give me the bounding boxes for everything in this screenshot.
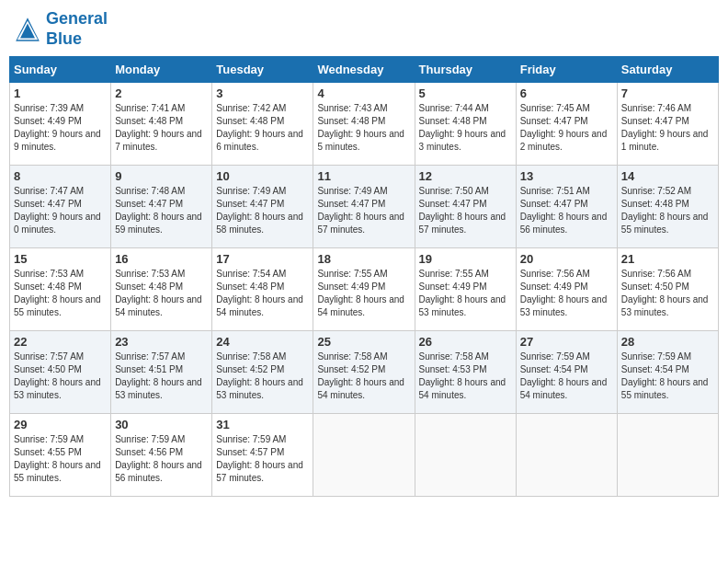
table-row: 4Sunrise: 7:43 AMSunset: 4:48 PMDaylight… (313, 83, 415, 166)
logo-icon (13, 15, 42, 44)
header-thursday: Thursday (415, 57, 516, 83)
table-row: 28Sunrise: 7:59 AMSunset: 4:54 PMDayligh… (617, 331, 718, 414)
table-row: 29Sunrise: 7:59 AMSunset: 4:55 PMDayligh… (10, 414, 111, 497)
calendar-week-row: 22Sunrise: 7:57 AMSunset: 4:50 PMDayligh… (10, 331, 719, 414)
table-row: 20Sunrise: 7:56 AMSunset: 4:49 PMDayligh… (516, 248, 617, 331)
table-row: 7Sunrise: 7:46 AMSunset: 4:47 PMDaylight… (617, 83, 718, 166)
table-row: 9Sunrise: 7:48 AMSunset: 4:47 PMDaylight… (111, 166, 212, 248)
table-row: 19Sunrise: 7:55 AMSunset: 4:49 PMDayligh… (415, 248, 516, 331)
day-info: Sunrise: 7:58 AMSunset: 4:53 PMDaylight:… (419, 350, 512, 402)
table-row: 18Sunrise: 7:55 AMSunset: 4:49 PMDayligh… (313, 248, 415, 331)
day-number: 14 (621, 169, 714, 183)
day-info: Sunrise: 7:43 AMSunset: 4:48 PMDaylight:… (317, 102, 410, 154)
day-info: Sunrise: 7:44 AMSunset: 4:48 PMDaylight:… (419, 102, 512, 154)
day-info: Sunrise: 7:59 AMSunset: 4:54 PMDaylight:… (621, 350, 714, 402)
table-row: 26Sunrise: 7:58 AMSunset: 4:53 PMDayligh… (415, 331, 516, 414)
day-number: 11 (317, 169, 410, 183)
table-row: 14Sunrise: 7:52 AMSunset: 4:48 PMDayligh… (617, 166, 718, 248)
table-row: 11Sunrise: 7:49 AMSunset: 4:47 PMDayligh… (313, 166, 415, 248)
day-info: Sunrise: 7:53 AMSunset: 4:48 PMDaylight:… (14, 268, 107, 319)
day-number: 2 (115, 86, 208, 100)
header-tuesday: Tuesday (212, 57, 313, 83)
header-monday: Monday (111, 57, 212, 83)
day-number: 4 (317, 86, 410, 100)
day-info: Sunrise: 7:55 AMSunset: 4:49 PMDaylight:… (317, 268, 410, 319)
header-saturday: Saturday (617, 57, 718, 83)
day-number: 21 (621, 252, 714, 266)
weekday-header-row: Sunday Monday Tuesday Wednesday Thursday… (10, 57, 719, 83)
day-number: 3 (216, 86, 309, 100)
day-info: Sunrise: 7:51 AMSunset: 4:47 PMDaylight:… (520, 185, 613, 236)
day-info: Sunrise: 7:57 AMSunset: 4:50 PMDaylight:… (14, 350, 107, 402)
day-number: 16 (115, 252, 208, 266)
day-number: 29 (14, 418, 107, 431)
table-row: 25Sunrise: 7:58 AMSunset: 4:52 PMDayligh… (313, 331, 415, 414)
calendar-body: 1Sunrise: 7:39 AMSunset: 4:49 PMDaylight… (10, 83, 719, 497)
calendar-week-row: 1Sunrise: 7:39 AMSunset: 4:49 PMDaylight… (10, 83, 719, 166)
table-row: 1Sunrise: 7:39 AMSunset: 4:49 PMDaylight… (10, 83, 111, 166)
day-info: Sunrise: 7:53 AMSunset: 4:48 PMDaylight:… (115, 268, 208, 319)
day-info: Sunrise: 7:50 AMSunset: 4:47 PMDaylight:… (419, 185, 512, 236)
table-row: 12Sunrise: 7:50 AMSunset: 4:47 PMDayligh… (415, 166, 516, 248)
day-number: 24 (216, 335, 309, 349)
logo-text: General Blue (46, 9, 108, 49)
day-number: 26 (419, 335, 512, 349)
day-info: Sunrise: 7:49 AMSunset: 4:47 PMDaylight:… (317, 185, 410, 236)
table-row: 22Sunrise: 7:57 AMSunset: 4:50 PMDayligh… (10, 331, 111, 414)
header-wednesday: Wednesday (313, 57, 415, 83)
day-info: Sunrise: 7:59 AMSunset: 4:57 PMDaylight:… (216, 433, 309, 485)
day-info: Sunrise: 7:56 AMSunset: 4:49 PMDaylight:… (520, 268, 613, 319)
day-info: Sunrise: 7:59 AMSunset: 4:56 PMDaylight:… (115, 433, 208, 485)
logo: General Blue (13, 9, 108, 49)
day-number: 13 (520, 169, 613, 183)
day-info: Sunrise: 7:58 AMSunset: 4:52 PMDaylight:… (317, 350, 410, 402)
table-row: 24Sunrise: 7:58 AMSunset: 4:52 PMDayligh… (212, 331, 313, 414)
table-row: 31Sunrise: 7:59 AMSunset: 4:57 PMDayligh… (212, 414, 313, 497)
day-info: Sunrise: 7:48 AMSunset: 4:47 PMDaylight:… (115, 185, 208, 236)
day-number: 20 (520, 252, 613, 266)
day-number: 10 (216, 169, 309, 183)
page-header: General Blue (9, 9, 719, 49)
day-info: Sunrise: 7:56 AMSunset: 4:50 PMDaylight:… (621, 268, 714, 319)
table-row: 15Sunrise: 7:53 AMSunset: 4:48 PMDayligh… (10, 248, 111, 331)
table-row: 8Sunrise: 7:47 AMSunset: 4:47 PMDaylight… (10, 166, 111, 248)
day-number: 30 (115, 418, 208, 431)
day-info: Sunrise: 7:54 AMSunset: 4:48 PMDaylight:… (216, 268, 309, 319)
day-number: 17 (216, 252, 309, 266)
calendar-week-row: 8Sunrise: 7:47 AMSunset: 4:47 PMDaylight… (10, 166, 719, 248)
table-row: 16Sunrise: 7:53 AMSunset: 4:48 PMDayligh… (111, 248, 212, 331)
day-info: Sunrise: 7:41 AMSunset: 4:48 PMDaylight:… (115, 102, 208, 154)
table-row: 2Sunrise: 7:41 AMSunset: 4:48 PMDaylight… (111, 83, 212, 166)
day-number: 7 (621, 86, 714, 100)
day-info: Sunrise: 7:59 AMSunset: 4:54 PMDaylight:… (520, 350, 613, 402)
day-number: 6 (520, 86, 613, 100)
day-number: 9 (115, 169, 208, 183)
table-row: 13Sunrise: 7:51 AMSunset: 4:47 PMDayligh… (516, 166, 617, 248)
day-number: 12 (419, 169, 512, 183)
table-row (313, 414, 415, 497)
table-row: 3Sunrise: 7:42 AMSunset: 4:48 PMDaylight… (212, 83, 313, 166)
calendar-table: Sunday Monday Tuesday Wednesday Thursday… (9, 56, 719, 497)
table-row: 27Sunrise: 7:59 AMSunset: 4:54 PMDayligh… (516, 331, 617, 414)
day-number: 19 (419, 252, 512, 266)
day-info: Sunrise: 7:49 AMSunset: 4:47 PMDaylight:… (216, 185, 309, 236)
calendar-week-row: 15Sunrise: 7:53 AMSunset: 4:48 PMDayligh… (10, 248, 719, 331)
day-number: 31 (216, 418, 309, 431)
day-info: Sunrise: 7:47 AMSunset: 4:47 PMDaylight:… (14, 185, 107, 236)
day-number: 15 (14, 252, 107, 266)
day-info: Sunrise: 7:39 AMSunset: 4:49 PMDaylight:… (14, 102, 107, 154)
table-row: 5Sunrise: 7:44 AMSunset: 4:48 PMDaylight… (415, 83, 516, 166)
day-info: Sunrise: 7:45 AMSunset: 4:47 PMDaylight:… (520, 102, 613, 154)
day-info: Sunrise: 7:46 AMSunset: 4:47 PMDaylight:… (621, 102, 714, 154)
table-row: 23Sunrise: 7:57 AMSunset: 4:51 PMDayligh… (111, 331, 212, 414)
header-sunday: Sunday (10, 57, 111, 83)
day-number: 27 (520, 335, 613, 349)
day-info: Sunrise: 7:59 AMSunset: 4:55 PMDaylight:… (14, 433, 107, 485)
table-row (516, 414, 617, 497)
table-row: 17Sunrise: 7:54 AMSunset: 4:48 PMDayligh… (212, 248, 313, 331)
day-info: Sunrise: 7:42 AMSunset: 4:48 PMDaylight:… (216, 102, 309, 154)
table-row: 30Sunrise: 7:59 AMSunset: 4:56 PMDayligh… (111, 414, 212, 497)
day-number: 28 (621, 335, 714, 349)
day-number: 23 (115, 335, 208, 349)
day-info: Sunrise: 7:55 AMSunset: 4:49 PMDaylight:… (419, 268, 512, 319)
